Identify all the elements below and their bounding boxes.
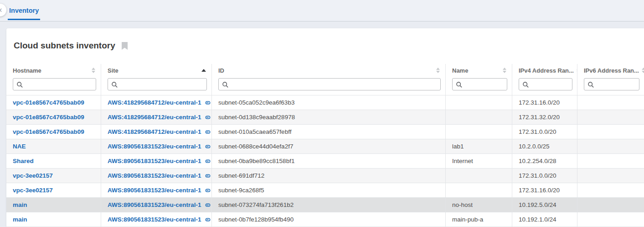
- table-row[interactable]: main AWS:890561831523/eu-central-1 subne…: [6, 198, 644, 212]
- id-cell: subnet-0d138c9eaabf28978: [212, 110, 446, 124]
- column-label: IPv6 Address Ran...: [584, 67, 639, 74]
- table-header-row: Hostname Site ID Name IPv4 Address Ran..…: [6, 64, 644, 77]
- id-cell: subnet-9ca268f5: [212, 183, 446, 197]
- link-icon: [204, 187, 211, 194]
- id-cell: subnet-0b7fe128b954fb490: [212, 212, 446, 227]
- ipv4-cell: 172.31.16.0/20: [512, 183, 577, 197]
- sort-icon[interactable]: [92, 68, 95, 73]
- column-label: ID: [218, 67, 224, 74]
- link-icon: [204, 173, 211, 179]
- sort-icon[interactable]: [642, 68, 644, 73]
- site-link[interactable]: AWS:890561831523/eu-central-1: [108, 187, 211, 194]
- ipv6-cell: [577, 212, 644, 227]
- ipv4-cell: 10.192.5.0/24: [512, 198, 577, 212]
- sort-asc-icon[interactable]: [201, 69, 206, 72]
- ipv6-filter-input[interactable]: [584, 78, 639, 90]
- table-row[interactable]: main AWS:890561831523/eu-central-1 subne…: [6, 212, 644, 227]
- ipv4-cell: 10.192.1.0/24: [512, 212, 577, 227]
- ipv4-cell: 172.31.16.0/20: [512, 95, 577, 110]
- name-cell: [446, 183, 512, 197]
- column-header-ipv4[interactable]: IPv4 Address Ran...: [512, 64, 577, 77]
- hostname-link[interactable]: vpc-3ee02157: [13, 187, 53, 194]
- ipv6-cell: [577, 110, 644, 124]
- ipv6-cell: [577, 154, 644, 168]
- ipv6-cell: [577, 169, 644, 183]
- hostname-link[interactable]: vpc-01e8567c4765bab09: [13, 99, 84, 106]
- site-link[interactable]: AWS:890561831523/eu-central-1: [108, 201, 211, 208]
- hostname-filter-input[interactable]: [13, 78, 96, 90]
- ipv4-cell: 10.2.254.0/28: [512, 154, 577, 168]
- tab-inventory[interactable]: Inventory: [8, 0, 40, 20]
- link-icon: [204, 143, 211, 150]
- ipv4-cell: 10.2.0.0/25: [512, 139, 577, 153]
- link-icon: [204, 158, 211, 164]
- link-icon: [204, 202, 211, 208]
- table-row[interactable]: vpc-01e8567c4765bab09 AWS:418295684712/e…: [6, 125, 644, 139]
- link-icon: [204, 129, 211, 135]
- site-link[interactable]: AWS:890561831523/eu-central-1: [108, 216, 211, 223]
- ipv4-cell: 172.31.0.0/20: [512, 125, 577, 139]
- name-cell: [446, 169, 512, 183]
- name-cell: Internet: [446, 154, 512, 168]
- site-link[interactable]: AWS:890561831523/eu-central-1: [108, 143, 211, 150]
- inventory-card: Cloud subnets inventory Hostname Site ID…: [6, 28, 644, 227]
- site-link[interactable]: AWS:418295684712/eu-central-1: [108, 114, 211, 121]
- hostname-link[interactable]: NAE: [13, 143, 26, 150]
- close-icon: ✕: [0, 7, 2, 14]
- ipv6-cell: [577, 95, 644, 110]
- hostname-link[interactable]: vpc-01e8567c4765bab09: [13, 114, 84, 121]
- table-row[interactable]: Shared AWS:890561831523/eu-central-1 sub…: [6, 154, 644, 169]
- table-row[interactable]: vpc-3ee02157 AWS:890561831523/eu-central…: [6, 169, 644, 183]
- ipv4-cell: 172.31.32.0/20: [512, 110, 577, 124]
- id-cell: subnet-691df712: [212, 169, 446, 183]
- id-cell: subnet-010a5caea657febff: [212, 125, 446, 139]
- id-cell: subnet-0688ce44d04efa2f7: [212, 139, 446, 153]
- ipv6-cell: [577, 139, 644, 153]
- name-cell: lab1: [446, 139, 512, 153]
- id-cell: subnet-0ba9be89cc8158bf1: [212, 154, 446, 168]
- site-filter-input[interactable]: [108, 78, 207, 90]
- name-filter-input[interactable]: [452, 78, 507, 90]
- column-label: Site: [108, 67, 118, 74]
- column-header-id[interactable]: ID: [212, 64, 446, 77]
- link-icon: [204, 216, 211, 223]
- site-link[interactable]: AWS:890561831523/eu-central-1: [108, 172, 211, 179]
- sort-icon[interactable]: [436, 68, 440, 73]
- column-header-ipv6[interactable]: IPv6 Address Ran...: [577, 64, 644, 77]
- table-row[interactable]: vpc-01e8567c4765bab09 AWS:418295684712/e…: [6, 95, 644, 110]
- link-icon: [204, 100, 211, 106]
- site-link[interactable]: AWS:418295684712/eu-central-1: [108, 128, 211, 135]
- table-body: vpc-01e8567c4765bab09 AWS:418295684712/e…: [6, 95, 644, 227]
- name-cell: [446, 110, 512, 124]
- column-label: IPv4 Address Ran...: [519, 67, 574, 74]
- bookmark-icon[interactable]: [122, 42, 128, 50]
- collapse-handle-button[interactable]: ✕: [0, 4, 6, 16]
- name-cell: [446, 95, 512, 110]
- hostname-link[interactable]: vpc-01e8567c4765bab09: [13, 128, 84, 135]
- hostname-link[interactable]: vpc-3ee02157: [13, 172, 53, 179]
- hostname-link[interactable]: Shared: [13, 158, 34, 164]
- ipv6-cell: [577, 183, 644, 197]
- id-cell: subnet-05ca052c9ea6f63b3: [212, 95, 446, 110]
- name-cell: no-host: [446, 198, 512, 212]
- hostname-link[interactable]: main: [13, 201, 27, 208]
- hostname-link[interactable]: main: [13, 216, 27, 223]
- sort-icon[interactable]: [503, 68, 506, 73]
- column-label: Hostname: [13, 67, 41, 74]
- ipv4-filter-input[interactable]: [519, 78, 572, 90]
- ipv6-cell: [577, 198, 644, 212]
- column-header-site[interactable]: Site: [101, 64, 212, 77]
- column-header-hostname[interactable]: Hostname: [6, 64, 101, 77]
- page-title: Cloud subnets inventory: [14, 41, 115, 51]
- table-row[interactable]: NAE AWS:890561831523/eu-central-1 subnet…: [6, 139, 644, 154]
- ipv4-cell: 172.31.0.0/20: [512, 169, 577, 183]
- site-link[interactable]: AWS:890561831523/eu-central-1: [108, 158, 211, 164]
- tab-bar: ✕ Inventory: [0, 0, 644, 21]
- link-icon: [204, 114, 211, 121]
- id-filter-input[interactable]: [218, 78, 441, 90]
- table-row[interactable]: vpc-3ee02157 AWS:890561831523/eu-central…: [6, 183, 644, 198]
- table-row[interactable]: vpc-01e8567c4765bab09 AWS:418295684712/e…: [6, 110, 644, 125]
- name-cell: main-pub-a: [446, 212, 512, 227]
- site-link[interactable]: AWS:418295684712/eu-central-1: [108, 99, 211, 106]
- column-header-name[interactable]: Name: [446, 64, 512, 77]
